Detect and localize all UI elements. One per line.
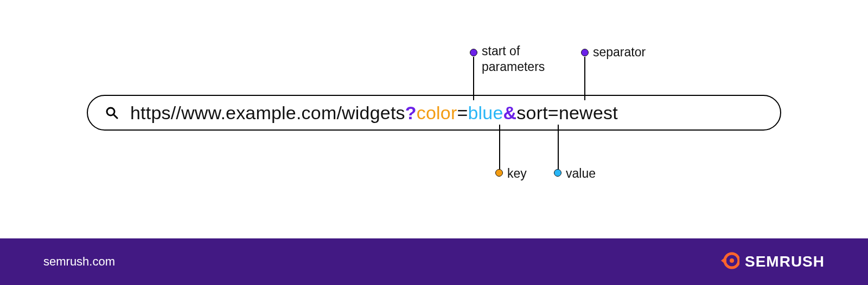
svg-line-1	[113, 114, 117, 118]
url-key1: color	[417, 102, 457, 123]
footer-site-url: semrush.com	[43, 255, 115, 269]
connector-key	[499, 125, 500, 171]
url-text: https//www.example.com/widgets?color=blu…	[130, 102, 618, 124]
url-val1: blue	[468, 102, 503, 123]
brand-icon	[721, 251, 739, 272]
url-sep: &	[503, 102, 517, 123]
value-dot	[554, 169, 561, 177]
url-qmark: ?	[405, 102, 417, 123]
url-eq2: =	[548, 102, 559, 123]
separator-dot	[581, 49, 589, 56]
url-base: https//www.example.com/widgets	[130, 102, 405, 123]
footer: semrush.com SEMRUSH	[0, 238, 868, 285]
svg-point-3	[730, 258, 734, 263]
search-icon	[105, 106, 118, 119]
annotation-key-text: key	[507, 166, 527, 180]
key-dot	[495, 169, 503, 177]
annotation-key: key	[507, 166, 527, 182]
brand: SEMRUSH	[721, 251, 825, 272]
connector-value	[558, 125, 559, 171]
url-key2: sort	[516, 102, 547, 123]
connector-start-of-parameters	[473, 57, 474, 100]
connector-separator	[584, 57, 585, 100]
url-eq1: =	[457, 102, 468, 123]
annotation-start-of-parameters-l2: parameters	[482, 59, 545, 75]
annotation-separator: separator	[593, 44, 646, 60]
annotation-value-text: value	[566, 166, 596, 180]
url-val2: newest	[559, 102, 618, 123]
diagram-canvas: https//www.example.com/widgets?color=blu…	[0, 0, 868, 238]
annotation-value: value	[566, 166, 596, 182]
url-bar: https//www.example.com/widgets?color=blu…	[87, 95, 781, 131]
annotation-start-of-parameters-l1: start of	[482, 43, 545, 59]
annotation-start-of-parameters: start of parameters	[482, 43, 545, 75]
annotation-separator-text: separator	[593, 45, 646, 59]
start-of-parameters-dot	[470, 49, 477, 56]
brand-name: SEMRUSH	[745, 253, 825, 270]
